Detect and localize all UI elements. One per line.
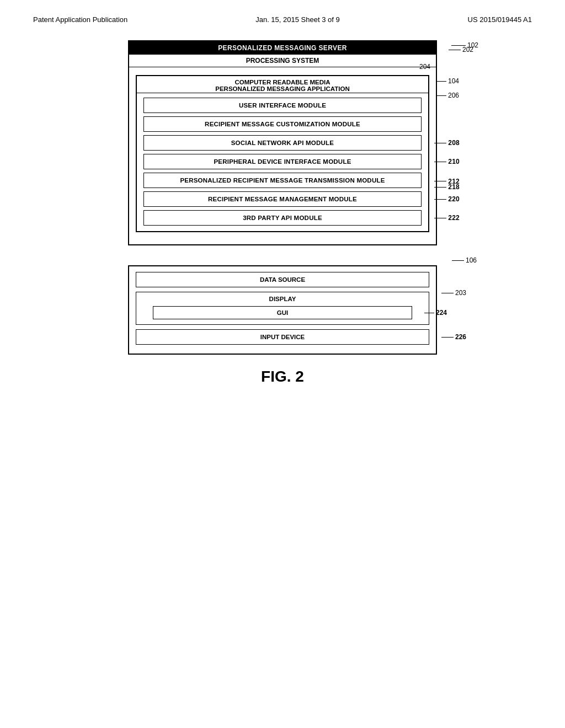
gui-box: GUI 224	[153, 306, 412, 319]
user-interface-module: USER INTERFACE MODULE	[143, 98, 422, 113]
third-party-module: 3RD PARTY API MODULE 222	[143, 210, 422, 226]
label-203: 203	[441, 289, 466, 297]
peripheral-device-module: PERIPHERAL DEVICE INTERFACE MODULE 210	[143, 154, 422, 169]
bottom-section-box: DATA SOURCE 203 DISPLAY GUI 224	[128, 265, 437, 355]
label-210: 210	[434, 158, 460, 165]
label-218: 218	[434, 183, 460, 191]
top-section: PERSONALIZED MESSAGING SERVER PROCESSING…	[129, 41, 436, 67]
label-226: 226	[441, 333, 466, 341]
header-middle: Jan. 15, 2015 Sheet 3 of 9	[255, 15, 340, 24]
message-management-module: RECIPIENT MESSAGE MANAGEMENT MODULE 220	[143, 191, 422, 207]
header-right: US 2015/019445 A1	[468, 15, 532, 24]
label-202: 202	[449, 46, 473, 53]
social-network-module: SOCIAL NETWORK API MODULE 208	[143, 135, 422, 151]
display-box: 203 DISPLAY GUI 224	[136, 292, 429, 325]
label-222: 222	[434, 214, 460, 222]
data-source-box: DATA SOURCE	[136, 272, 429, 287]
display-label: DISPLAY	[136, 292, 429, 303]
label-204: 204	[408, 63, 430, 71]
recipient-customization-module: RECIPIENT MESSAGE CUSTOMIZATION MODULE	[143, 116, 422, 132]
inner-box-104: 104 COMPUTER READABLE MEDIA PERSONALIZED…	[136, 75, 429, 232]
messaging-server-label: PERSONALIZED MESSAGING SERVER	[129, 41, 436, 55]
figure-label: FIG. 2	[261, 368, 304, 386]
label-106: 106	[452, 256, 477, 264]
label-206: 206	[436, 92, 459, 99]
outer-wrapper: 102 PERSONALIZED MESSAGING SERVER PROCES…	[128, 40, 437, 245]
transmission-module: PERSONALIZED RECIPIENT MESSAGE TRANSMISS…	[143, 173, 422, 188]
header-left: Patent Application Publication	[33, 15, 127, 24]
label-224: 224	[424, 309, 447, 317]
outer-box-102: PERSONALIZED MESSAGING SERVER PROCESSING…	[128, 40, 437, 245]
page-header: Patent Application Publication Jan. 15, …	[0, 0, 565, 24]
crm-label: COMPUTER READABLE MEDIA PERSONALIZED MES…	[137, 76, 428, 93]
processing-system-label: PROCESSING SYSTEM	[129, 55, 436, 67]
label-220: 220	[434, 195, 460, 203]
input-device-box: INPUT DEVICE 226	[136, 329, 429, 345]
diagram-container: 102 PERSONALIZED MESSAGING SERVER PROCES…	[0, 40, 565, 386]
label-208: 208	[434, 139, 460, 147]
bottom-wrapper: 106 DATA SOURCE 203 DISPLAY GUI	[128, 255, 437, 355]
label-104: 104	[436, 77, 459, 85]
